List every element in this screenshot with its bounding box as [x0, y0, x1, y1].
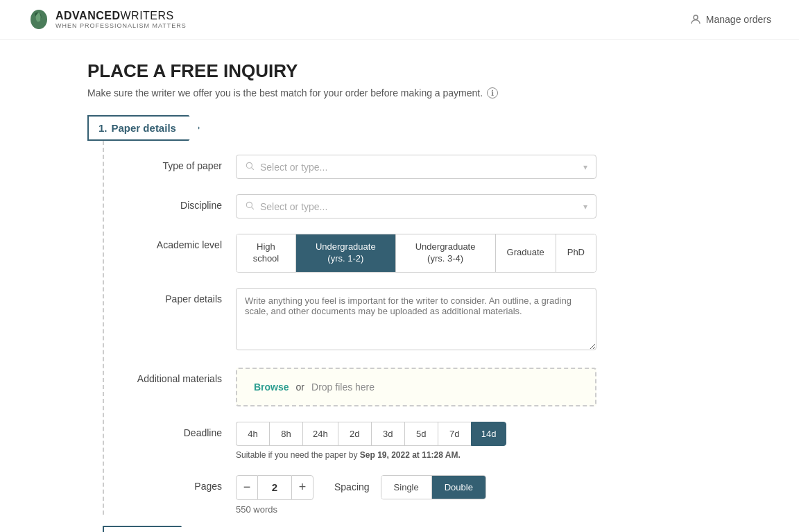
- search-icon: [245, 161, 255, 173]
- deadline-4h[interactable]: 4h: [236, 422, 269, 446]
- logo-icon: [28, 8, 50, 31]
- deadline-8h[interactable]: 8h: [269, 422, 302, 446]
- form-section: Type of paper Select or type... ▾ Discip…: [103, 141, 712, 515]
- page-title: PLACE A FREE INQUIRY: [87, 60, 712, 82]
- browse-button[interactable]: Browse: [254, 381, 289, 393]
- deadline-3d[interactable]: 3d: [371, 422, 404, 446]
- svg-point-2: [246, 162, 252, 168]
- academic-level-control: High schoolUndergraduate (yrs. 1-2)Under…: [236, 234, 596, 273]
- deadline-24h[interactable]: 24h: [302, 422, 338, 446]
- paper-details-row: Paper details: [104, 288, 712, 352]
- spacing-label: Spacing: [334, 481, 370, 492]
- logo-tagline: WHEN PROFESSIONALISM MATTERS: [55, 22, 187, 29]
- additional-materials-label: Additional materials: [125, 368, 236, 384]
- academic-level-undergraduate-1-2[interactable]: Undergraduate (yrs. 1-2): [296, 234, 396, 272]
- logo: ADVANCEDWRITERS WHEN PROFESSIONALISM MAT…: [28, 8, 187, 31]
- paper-details-control: [236, 288, 596, 352]
- spacing-buttons: SingleDouble: [381, 475, 486, 499]
- step1-header: 1. Paper details: [87, 115, 200, 141]
- deadline-5d[interactable]: 5d: [404, 422, 438, 446]
- academic-level-high-school[interactable]: High school: [237, 234, 296, 272]
- additional-materials-row: Additional materials Browse or Drop file…: [104, 368, 712, 406]
- additional-materials-control: Browse or Drop files here: [236, 368, 596, 406]
- search-icon-2: [245, 200, 255, 212]
- discipline-control: Select or type... ▾: [236, 194, 596, 218]
- info-icon[interactable]: ℹ: [487, 87, 498, 98]
- spacing-single[interactable]: Single: [381, 476, 432, 499]
- pages-spacing-row: Pages − 2 + 550 words Spacing SingleDoub…: [104, 475, 712, 515]
- academic-level-undergraduate-3-4[interactable]: Undergraduate (yrs. 3-4): [396, 234, 496, 272]
- logo-text: ADVANCEDWRITERS WHEN PROFESSIONALISM MAT…: [55, 10, 187, 29]
- svg-point-4: [246, 202, 252, 207]
- deadline-label: Deadline: [125, 422, 236, 438]
- academic-level-row: Academic level High schoolUndergraduate …: [104, 234, 712, 273]
- deadline-row: Deadline 4h8h24h2d3d5d7d14d Suitable if …: [104, 422, 712, 460]
- deadline-7d[interactable]: 7d: [438, 422, 471, 446]
- academic-level-buttons: High schoolUndergraduate (yrs. 1-2)Under…: [236, 234, 596, 273]
- pages-control: − 2 + 550 words: [236, 475, 313, 515]
- pages-increment-button[interactable]: +: [291, 475, 313, 500]
- pages-label: Pages: [125, 475, 236, 492]
- paper-details-label: Paper details: [125, 288, 236, 304]
- page-subtitle: Make sure the writer we offer you is the…: [87, 87, 712, 98]
- academic-level-phd[interactable]: PhD: [556, 234, 596, 272]
- deadline-buttons: 4h8h24h2d3d5d7d14d: [236, 422, 596, 446]
- pages-value: 2: [258, 475, 291, 500]
- svg-line-3: [252, 168, 254, 170]
- manage-orders-link[interactable]: Manage orders: [689, 13, 771, 26]
- pages-decrement-button[interactable]: −: [236, 475, 258, 500]
- spacing-double[interactable]: Double: [432, 476, 486, 499]
- spacing-group: Spacing SingleDouble: [334, 475, 486, 499]
- svg-point-1: [694, 15, 698, 19]
- discipline-row: Discipline Select or type... ▾: [104, 194, 712, 218]
- file-upload-area[interactable]: Browse or Drop files here: [236, 368, 596, 406]
- main-content: PLACE A FREE INQUIRY Make sure the write…: [60, 40, 739, 532]
- deadline-2d[interactable]: 2d: [338, 422, 371, 446]
- type-of-paper-control: Select or type... ▾: [236, 155, 596, 179]
- type-of-paper-dropdown[interactable]: Select or type... ▾: [236, 155, 596, 179]
- deadline-hint: Suitable if you need the paper by Sep 19…: [236, 450, 596, 460]
- header: ADVANCEDWRITERS WHEN PROFESSIONALISM MAT…: [0, 0, 799, 40]
- discipline-dropdown[interactable]: Select or type... ▾: [236, 194, 596, 218]
- chevron-down-icon-2: ▾: [583, 202, 587, 212]
- discipline-label: Discipline: [125, 194, 236, 211]
- paper-details-textarea[interactable]: [236, 288, 596, 350]
- logo-brand: ADVANCEDWRITERS: [55, 10, 174, 22]
- user-icon: [689, 13, 702, 26]
- deadline-14d[interactable]: 14d: [471, 422, 507, 446]
- type-of-paper-label: Type of paper: [125, 155, 236, 171]
- type-of-paper-row: Type of paper Select or type... ▾: [104, 155, 712, 179]
- academic-level-label: Academic level: [125, 234, 236, 250]
- deadline-control: 4h8h24h2d3d5d7d14d Suitable if you need …: [236, 422, 596, 460]
- chevron-down-icon: ▾: [583, 162, 587, 172]
- svg-line-5: [252, 207, 254, 209]
- academic-level-graduate[interactable]: Graduate: [496, 234, 556, 272]
- step2-header: 2. Account: [103, 526, 192, 532]
- pages-words: 550 words: [236, 504, 313, 515]
